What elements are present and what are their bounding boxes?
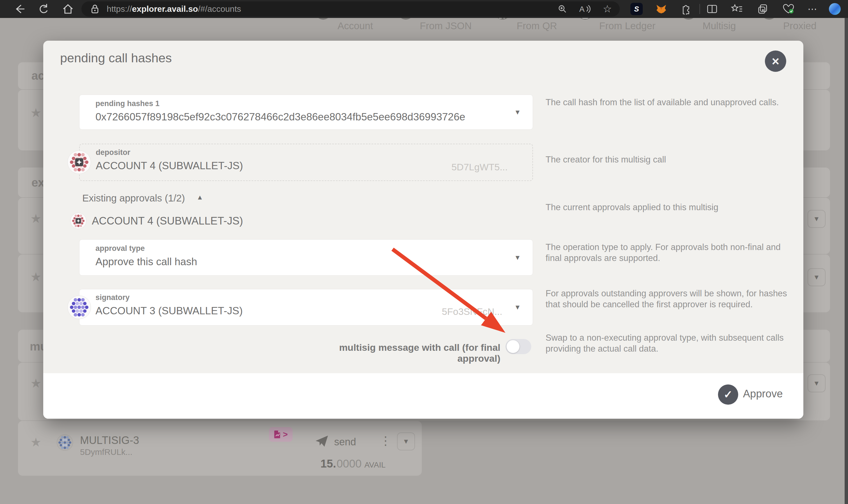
back-icon[interactable] (13, 0, 25, 18)
send-icon[interactable] (315, 435, 329, 447)
toolbar-divider (700, 4, 700, 14)
read-aloud-icon[interactable]: A (578, 0, 591, 18)
browser-bar: https://explorer.avail.so/#/accounts A ☆… (0, 0, 848, 18)
toolbar-proxied-button[interactable]: Proxied (783, 20, 816, 32)
multisig3-identicon (57, 434, 73, 451)
refresh-icon[interactable] (37, 0, 50, 18)
split-screen-icon[interactable] (706, 0, 718, 18)
metamask-extension-icon[interactable] (656, 0, 667, 18)
signatory-address: 5Fo3SNFcN... (442, 306, 502, 317)
approval-type-select[interactable]: approval type Approve this call hash ▼ (79, 239, 533, 275)
chevron-right-icon: > (283, 430, 288, 439)
existing-approvals-help: The current approvals applied to this mu… (546, 202, 793, 213)
approver-account: ACCOUNT 4 (SUBWALLET-JS) (92, 215, 243, 227)
chevron-down-icon: ▼ (514, 108, 521, 116)
lock-icon (89, 0, 101, 18)
favorite-star-icon[interactable]: ★ (30, 271, 41, 283)
depositor-field: depositor ACCOUNT 4 (SUBWALLET-JS) 5D7Lg… (79, 144, 533, 181)
call-toggle-label: multisig message with call (for final ap… (304, 342, 500, 364)
zoom-icon[interactable] (556, 0, 569, 18)
favorite-star-icon[interactable]: ★ (30, 436, 41, 448)
signatory-select[interactable]: signatory ACCOUNT 3 (SUBWALLET-JS) 5Fo3S… (79, 289, 533, 325)
toolbar-multisig-button[interactable]: Multisig (703, 20, 736, 32)
collapse-chevron-up-icon[interactable]: ▲ (197, 193, 203, 201)
copilot-icon[interactable] (829, 0, 841, 18)
row-menu-icon[interactable]: ⋮ (379, 435, 391, 447)
depositor-value: ACCOUNT 4 (SUBWALLET-JS) (96, 160, 243, 172)
row-expand-button[interactable]: ▼ (808, 268, 826, 286)
collections-icon[interactable] (731, 0, 743, 18)
signed-document-icon (274, 430, 281, 439)
url-text[interactable]: https://explorer.avail.so/#/accounts (107, 0, 241, 18)
favorite-star-icon[interactable]: ☆ (601, 0, 614, 18)
depositor-address: 5D7LgWT5... (452, 162, 508, 173)
settings-more-icon[interactable]: ⋯ (807, 0, 818, 18)
send-button[interactable]: send (334, 436, 356, 448)
add-tab-icon[interactable] (757, 0, 768, 18)
signatory-label: signatory (95, 293, 130, 302)
modal-footer: ✓ Approve (43, 373, 803, 419)
toolbar-from-ledger-button[interactable]: From Ledger (599, 20, 655, 32)
pending-hashes-value: 0x7266057f89198c5ef92c3c076278466c2d3e86… (95, 111, 465, 123)
close-button[interactable]: × (765, 51, 786, 72)
toolbar-from-qr-button[interactable]: From QR (517, 20, 557, 32)
toolbar-from-json-button[interactable]: From JSON (420, 20, 472, 32)
approver-identicon (70, 213, 87, 229)
accounts-section-label: ac (32, 69, 45, 83)
depositor-identicon (67, 150, 91, 174)
signatory-help: For approvals outstanding approvers will… (546, 288, 793, 310)
favorite-star-icon[interactable]: ★ (30, 212, 41, 225)
home-icon[interactable] (62, 0, 74, 18)
window-edge-scrollbar[interactable] (845, 18, 848, 504)
toggle-knob (507, 340, 519, 353)
row-expand-button[interactable]: ▼ (808, 210, 826, 228)
pending-call-hashes-modal: pending call hashes × pending hashes 1 0… (43, 41, 803, 419)
existing-approvals-label: Existing approvals (1/2) (82, 193, 185, 204)
check-icon: ✓ (724, 389, 732, 401)
approval-type-help: The operation type to apply. For approva… (546, 241, 793, 264)
multisig3-name: MULTISIG-3 (80, 434, 139, 447)
call-toggle-help: Swap to a non-executing approval type, w… (546, 332, 793, 354)
call-data-toggle[interactable] (506, 339, 531, 354)
svg-text:A: A (579, 5, 585, 14)
multisig3-balance: 15.0000AVAIL (281, 457, 386, 470)
extensions-puzzle-icon[interactable] (681, 0, 691, 18)
toolbar-account-button[interactable]: Account (337, 20, 373, 32)
chevron-down-icon: ▼ (514, 303, 521, 311)
row-expand-button[interactable]: ▼ (808, 374, 826, 392)
approval-type-value: Approve this call hash (95, 256, 197, 268)
chevron-down-icon: ▼ (514, 254, 521, 262)
signatory-identicon (67, 295, 91, 319)
approval-type-label: approval type (95, 244, 145, 253)
pending-hashes-help: The call hash from the list of available… (546, 97, 793, 108)
subwallet-extension-icon[interactable]: S (630, 0, 643, 18)
pending-hashes-label: pending hashes 1 (95, 100, 159, 108)
favorite-star-icon[interactable]: ★ (30, 107, 41, 119)
pending-signature-badge[interactable]: > (269, 427, 293, 442)
multisig3-address: 5DymfRULk... (80, 447, 132, 457)
modal-title: pending call hashes (60, 51, 172, 66)
depositor-label: depositor (96, 148, 130, 157)
pending-hashes-select[interactable]: pending hashes 1 0x7266057f89198c5ef92c3… (79, 94, 533, 130)
signatory-value: ACCOUNT 3 (SUBWALLET-JS) (95, 305, 243, 317)
row-expand-button[interactable]: ▼ (397, 432, 415, 450)
favorite-star-icon[interactable]: ★ (30, 377, 41, 390)
close-icon: × (772, 54, 779, 69)
depositor-help: The creator for this multisig call (546, 154, 793, 165)
extension-section-label: ex (32, 176, 45, 190)
browser-essentials-icon[interactable] (782, 0, 795, 18)
approve-button-label[interactable]: Approve (743, 388, 783, 400)
approve-button[interactable]: ✓ (718, 384, 738, 404)
screen: + Account From JSON From QR From Ledger … (0, 0, 848, 504)
